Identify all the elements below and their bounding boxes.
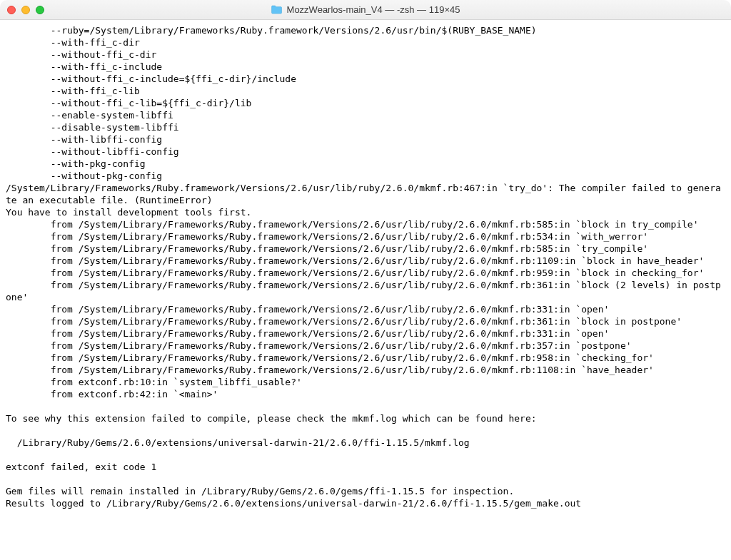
close-button[interactable] [7,6,16,14]
window-title-group: MozzWearlos-main_V4 — -zsh — 119×45 [271,4,460,15]
window-title: MozzWearlos-main_V4 — -zsh — 119×45 [287,4,460,15]
traffic-lights [7,6,44,14]
terminal-window: MozzWearlos-main_V4 — -zsh — 119×45 --ru… [0,0,731,560]
zoom-button[interactable] [36,6,44,14]
minimize-button[interactable] [21,6,30,14]
terminal-output[interactable]: --ruby=/System/Library/Frameworks/Ruby.f… [0,20,731,560]
folder-icon [271,5,283,14]
titlebar[interactable]: MozzWearlos-main_V4 — -zsh — 119×45 [0,0,731,20]
